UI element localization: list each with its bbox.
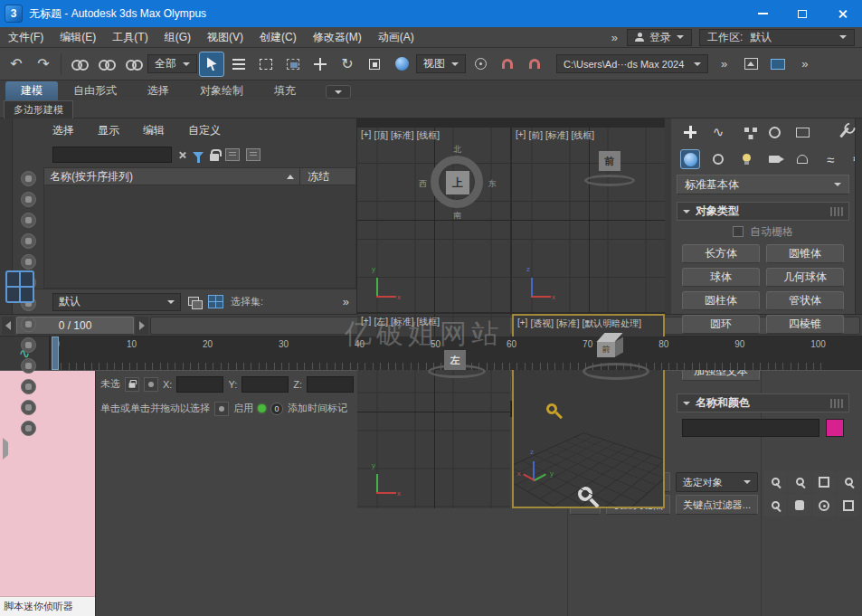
- compass-east-label[interactable]: 东: [488, 178, 497, 190]
- viewport-top[interactable]: [+] [顶] [标准] [线框] 上 北 东 南 西 y x: [357, 128, 510, 312]
- viewport-menu-renderer[interactable]: [标准]: [545, 129, 569, 142]
- scene-filter-icon[interactable]: [21, 254, 36, 270]
- cylinder-button[interactable]: 圆柱体: [682, 291, 760, 310]
- select-object-button[interactable]: [199, 52, 224, 77]
- key-filters-button[interactable]: 关键点过滤器...: [676, 495, 758, 515]
- select-and-link-button[interactable]: [66, 52, 91, 77]
- viewport-menu-shading[interactable]: [线框]: [572, 129, 595, 142]
- absolute-offset-toggle[interactable]: [144, 377, 158, 392]
- hierarchy-tab[interactable]: [736, 122, 756, 142]
- viewport-menu-general[interactable]: [+]: [361, 316, 371, 328]
- maximize-button[interactable]: [782, 0, 822, 27]
- viewcube-compass-ring[interactable]: [584, 175, 635, 186]
- scene-object-list[interactable]: [43, 185, 356, 289]
- zoom-extents-button[interactable]: [812, 470, 836, 493]
- viewport-menu-shading[interactable]: [线框]: [417, 316, 440, 328]
- lights-category-tab[interactable]: [736, 149, 756, 169]
- key-target-dropdown[interactable]: 选定对象: [676, 472, 758, 492]
- torus-button[interactable]: 圆环: [682, 315, 760, 334]
- display-tab[interactable]: [792, 122, 812, 142]
- menu-animation[interactable]: 动画(A): [370, 27, 422, 47]
- x-coord-input[interactable]: [176, 376, 223, 393]
- menu-tools[interactable]: 工具(T): [104, 27, 156, 47]
- window-crossing-button[interactable]: [280, 52, 306, 77]
- compass-west-label[interactable]: 西: [419, 178, 427, 190]
- zoom-extents-all-button[interactable]: [837, 470, 860, 493]
- menu-group[interactable]: 组(G): [156, 27, 199, 47]
- selection-region-button[interactable]: [253, 52, 279, 77]
- geosphere-button[interactable]: 几何球体: [766, 268, 844, 287]
- menu-overflow-icon[interactable]: »: [602, 31, 627, 44]
- time-slider-prev-button[interactable]: [2, 317, 14, 335]
- filter-funnel-icon[interactable]: [193, 152, 204, 158]
- minimize-button[interactable]: [743, 0, 782, 27]
- name-color-rollout-header[interactable]: 名称和颜色: [677, 393, 849, 412]
- sphere-button[interactable]: 球体: [682, 268, 760, 287]
- menu-create[interactable]: 创建(C): [251, 27, 305, 47]
- scene-filter-icon[interactable]: [21, 358, 36, 374]
- menu-edit[interactable]: 编辑(E): [52, 27, 104, 47]
- compass-north-label[interactable]: 北: [453, 144, 461, 156]
- render-view-button[interactable]: [765, 52, 791, 77]
- close-button[interactable]: [822, 0, 862, 27]
- shapes-category-tab[interactable]: [708, 149, 728, 169]
- sort-by-name-header[interactable]: 名称(按升序排列): [44, 169, 299, 185]
- toolbar-overflow2-icon[interactable]: »: [792, 57, 817, 71]
- viewport-front[interactable]: [+] [前] [标准] [线框] 前 z x: [512, 128, 665, 312]
- ribbon-panel-polygon-modeling[interactable]: 多边形建模: [4, 100, 73, 118]
- explorer-settings-icon[interactable]: [246, 148, 260, 161]
- degradation-badge[interactable]: 0: [270, 403, 283, 415]
- selection-lock-toggle[interactable]: [125, 377, 139, 392]
- scene-filter-icon[interactable]: [21, 337, 36, 353]
- pyramid-button[interactable]: 四棱锥: [766, 315, 844, 334]
- modify-tab[interactable]: ∿: [708, 122, 728, 142]
- selection-set-grid-icon[interactable]: [208, 295, 223, 308]
- maxscript-mini-listener[interactable]: 脚本迷你侦听器: [0, 371, 96, 616]
- search-input[interactable]: [52, 147, 172, 163]
- zoom-all-button[interactable]: [788, 470, 811, 493]
- menu-file[interactable]: 文件(F): [0, 27, 52, 47]
- add-time-tag-button[interactable]: 添加时间标记: [288, 402, 347, 415]
- bottom-overflow-icon[interactable]: »: [343, 295, 349, 308]
- ribbon-minimize-button[interactable]: [326, 85, 351, 99]
- use-pivot-center-button[interactable]: [468, 52, 493, 77]
- scene-filter-icon[interactable]: [21, 233, 36, 249]
- maximize-viewport-button[interactable]: [837, 494, 860, 516]
- viewport-menu-pov[interactable]: [前]: [528, 129, 543, 142]
- snaps-toggle-button[interactable]: [495, 52, 520, 77]
- scene-filter-icon[interactable]: [21, 379, 36, 394]
- time-slider-next-button[interactable]: [136, 317, 148, 335]
- scene-filter-icon[interactable]: [21, 171, 36, 186]
- scene-filter-icon[interactable]: [21, 317, 36, 332]
- se-menu-select[interactable]: 选择: [52, 123, 74, 138]
- ribbon-tab-freeform[interactable]: 自由形式: [58, 81, 132, 100]
- viewcube-front-face[interactable]: 前: [597, 342, 615, 357]
- workspace-dropdown[interactable]: 工作区: 默认: [699, 29, 855, 46]
- macro-recorder-pane[interactable]: [0, 371, 95, 597]
- ribbon-tab-modeling[interactable]: 建模: [5, 81, 58, 100]
- viewport-menu-renderer[interactable]: [标准]: [556, 317, 580, 330]
- reference-coordsys-dropdown[interactable]: 视图: [416, 54, 466, 73]
- cone-button[interactable]: 圆锥体: [766, 244, 844, 263]
- new-scene-explorer-icon[interactable]: [225, 148, 240, 161]
- scene-filter-icon[interactable]: [21, 421, 36, 436]
- viewport-menu-pov[interactable]: [顶]: [374, 129, 388, 142]
- scene-filter-icon[interactable]: [21, 192, 36, 207]
- toolbar-overflow-icon[interactable]: »: [712, 57, 736, 71]
- scene-converter-button[interactable]: [738, 52, 763, 77]
- viewcube[interactable]: 前: [597, 339, 624, 359]
- box-button[interactable]: 长方体: [682, 244, 760, 263]
- viewport-menu-general[interactable]: [+]: [517, 317, 527, 330]
- geometry-category-tab[interactable]: [680, 149, 700, 169]
- project-folder-dropdown[interactable]: C:\Users\Ad···ds Max 2024: [556, 54, 708, 73]
- menu-views[interactable]: 视图(V): [199, 27, 251, 47]
- viewport-menu-general[interactable]: [+]: [361, 129, 371, 142]
- spacewarps-category-tab[interactable]: ≈: [820, 149, 840, 169]
- viewcube-compass-ring[interactable]: [583, 363, 649, 380]
- object-type-rollout-header[interactable]: 对象类型: [677, 202, 849, 221]
- viewport-menu-shading[interactable]: [默认明暗处理]: [583, 317, 642, 330]
- viewcube[interactable]: 前: [599, 151, 620, 171]
- select-and-rotate-button[interactable]: ↻: [335, 52, 360, 77]
- utilities-tab[interactable]: [839, 127, 849, 137]
- selection-filter-dropdown[interactable]: 全部: [147, 54, 197, 73]
